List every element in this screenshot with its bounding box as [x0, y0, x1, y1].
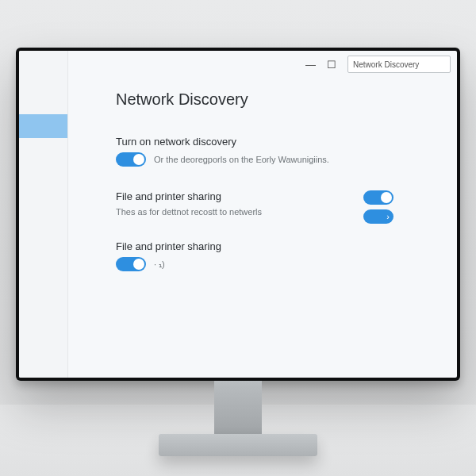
- setting-description: Or the deoregporls on the Eorly Wawunigi…: [154, 155, 329, 164]
- sidebar-item-active[interactable]: [19, 114, 67, 138]
- toggle-knob: [133, 154, 144, 165]
- minimize-icon[interactable]: —: [305, 60, 316, 70]
- setting-hint: · ₁): [154, 259, 165, 270]
- setting-title: File and printer sharing: [116, 240, 425, 252]
- toggle-file-sharing-2[interactable]: [116, 257, 146, 271]
- monitor-frame: — ☐ Network Discovery Turn on network di…: [16, 48, 460, 381]
- monitor-stand-neck: [214, 381, 262, 436]
- window-controls: — ☐: [305, 60, 336, 70]
- maximize-icon[interactable]: ☐: [327, 60, 336, 70]
- setting-network-discovery: Turn on network discovery Or the deoregp…: [116, 136, 425, 167]
- monitor-stand-base: [159, 434, 317, 456]
- toggle-file-sharing[interactable]: [363, 190, 393, 205]
- sidebar: [19, 51, 68, 378]
- search-input[interactable]: [347, 56, 451, 73]
- expand-button[interactable]: ›: [363, 209, 393, 224]
- setting-file-printer-sharing-2: File and printer sharing · ₁): [116, 240, 425, 271]
- setting-file-printer-sharing-1: File and printer sharing Thes as for det…: [116, 190, 425, 217]
- toggle-knob: [381, 192, 392, 203]
- app-window: — ☐ Network Discovery Turn on network di…: [19, 51, 457, 378]
- titlebar: — ☐: [299, 51, 457, 78]
- toggle-knob: [133, 259, 144, 270]
- toggle-group: ›: [363, 190, 393, 224]
- chevron-right-icon: ›: [386, 212, 390, 221]
- setting-title: Turn on network discovery: [116, 136, 425, 148]
- page-title: Network Discovery: [116, 90, 425, 109]
- toggle-network-discovery[interactable]: [116, 152, 146, 167]
- main-panel: Network Discovery Turn on network discov…: [68, 51, 457, 378]
